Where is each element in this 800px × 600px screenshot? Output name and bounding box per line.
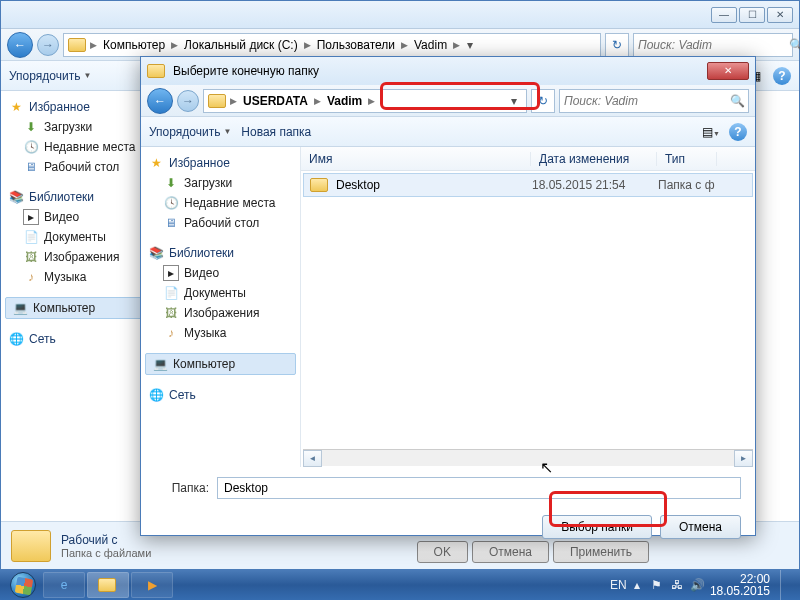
help-icon[interactable]: ? (773, 67, 791, 85)
show-hidden-icons[interactable]: ▴ (630, 578, 644, 592)
breadcrumb-item[interactable]: Локальный диск (C:) (180, 38, 302, 52)
breadcrumb-item[interactable]: Vadim (323, 94, 366, 108)
sidebar-item-desktop[interactable]: 🖥Рабочий стол (5, 157, 142, 177)
sidebar-item-pictures[interactable]: 🖼Изображения (145, 303, 296, 323)
volume-icon[interactable]: 🔊 (690, 578, 704, 592)
taskbar-ie[interactable]: e (43, 572, 85, 598)
sidebar: ★Избранное ⬇Загрузки 🕓Недавние места 🖥Ра… (1, 91, 146, 539)
show-desktop-button[interactable] (780, 570, 790, 600)
address-bar[interactable]: ▶ USERDATA ▶ Vadim ▶ ▾ (203, 89, 527, 113)
sidebar-favorites[interactable]: ★Избранное (5, 97, 142, 117)
clock-icon: 🕓 (163, 195, 179, 211)
search-input[interactable] (564, 94, 730, 108)
chevron-right-icon: ▶ (90, 40, 97, 50)
details-subtitle: Папка с файлами (61, 547, 151, 559)
clock-icon: 🕓 (23, 139, 39, 155)
address-bar[interactable]: ▶ Компьютер ▶ Локальный диск (C:) ▶ Поль… (63, 33, 601, 57)
refresh-button[interactable]: ↻ (605, 33, 629, 57)
close-button[interactable]: ✕ (767, 7, 793, 23)
address-dropdown[interactable]: ▾ (462, 38, 478, 52)
sidebar-item-recent[interactable]: 🕓Недавние места (145, 193, 296, 213)
start-button[interactable] (4, 571, 42, 599)
sidebar-item-documents[interactable]: 📄Документы (145, 283, 296, 303)
sidebar-item-computer[interactable]: 💻Компьютер (145, 353, 296, 375)
close-button[interactable]: ✕ (707, 62, 749, 80)
file-row[interactable]: Desktop 18.05.2015 21:54 Папка с ф (303, 173, 753, 197)
search-box[interactable]: 🔍 (633, 33, 793, 57)
select-folder-button[interactable]: Выбор папки (542, 515, 652, 539)
column-name[interactable]: Имя (301, 152, 531, 166)
sidebar-item-documents[interactable]: 📄Документы (5, 227, 142, 247)
dialog-sidebar: ★Избранное ⬇Загрузки 🕓Недавние места 🖥Ра… (141, 147, 301, 467)
breadcrumb-item[interactable]: Пользователи (313, 38, 399, 52)
folder-name-input[interactable] (217, 477, 741, 499)
sidebar-favorites[interactable]: ★Избранное (145, 153, 296, 173)
forward-button[interactable]: → (37, 34, 59, 56)
star-icon: ★ (148, 155, 164, 171)
folder-icon (11, 530, 51, 562)
folder-picker-dialog: Выберите конечную папку ✕ ← → ▶ USERDATA… (140, 56, 756, 536)
sidebar-item-computer[interactable]: 💻Компьютер (5, 297, 142, 319)
refresh-button[interactable]: ↻ (531, 89, 555, 113)
libraries-icon: 📚 (148, 245, 164, 261)
folder-icon (98, 578, 116, 592)
minimize-button[interactable]: — (711, 7, 737, 23)
organize-menu[interactable]: Упорядочить ▼ (149, 125, 231, 139)
taskbar: e ▶ EN ▴ ⚑ 🖧 🔊 22:00 18.05.2015 (0, 570, 800, 600)
chevron-right-icon: ▶ (171, 40, 178, 50)
cancel-button[interactable]: Отмена (660, 515, 741, 539)
sidebar-item-music[interactable]: ♪Музыка (145, 323, 296, 343)
help-icon[interactable]: ? (729, 123, 747, 141)
action-center-icon[interactable]: ⚑ (650, 578, 664, 592)
sidebar-item-downloads[interactable]: ⬇Загрузки (5, 117, 142, 137)
dialog-title: Выберите конечную папку (173, 64, 319, 78)
chevron-down-icon: ▼ (83, 71, 91, 80)
sidebar-item-pictures[interactable]: 🖼Изображения (5, 247, 142, 267)
breadcrumb-item[interactable]: Компьютер (99, 38, 169, 52)
sidebar-item-videos[interactable]: ▸Видео (145, 263, 296, 283)
search-input[interactable] (638, 38, 789, 52)
document-icon: 📄 (23, 229, 39, 245)
chevron-down-icon: ▼ (223, 127, 231, 136)
organize-menu[interactable]: Упорядочить ▼ (9, 69, 91, 83)
search-box[interactable]: 🔍 (559, 89, 749, 113)
network-icon[interactable]: 🖧 (670, 578, 684, 592)
folder-icon (310, 178, 328, 192)
maximize-button[interactable]: ☐ (739, 7, 765, 23)
new-folder-button[interactable]: Новая папка (241, 125, 311, 139)
taskbar-explorer[interactable] (87, 572, 129, 598)
taskbar-media-player[interactable]: ▶ (131, 572, 173, 598)
back-button[interactable]: ← (7, 32, 33, 58)
desktop-icon: 🖥 (163, 215, 179, 231)
column-date[interactable]: Дата изменения (531, 152, 657, 166)
address-dropdown[interactable]: ▾ (506, 94, 522, 108)
title-bar: — ☐ ✕ (1, 1, 799, 29)
sidebar-item-music[interactable]: ♪Музыка (5, 267, 142, 287)
sidebar-libraries[interactable]: 📚Библиотеки (5, 187, 142, 207)
back-button[interactable]: ← (147, 88, 173, 114)
clock[interactable]: 22:00 18.05.2015 (710, 573, 770, 597)
organize-label: Упорядочить (9, 69, 80, 83)
sidebar-item-network[interactable]: 🌐Сеть (145, 385, 296, 405)
breadcrumb-item[interactable]: USERDATA (239, 94, 312, 108)
libraries-icon: 📚 (8, 189, 24, 205)
details-title: Рабочий с (61, 533, 151, 547)
breadcrumb-item[interactable]: Vadim (410, 38, 451, 52)
sidebar-item-desktop[interactable]: 🖥Рабочий стол (145, 213, 296, 233)
chevron-right-icon: ▶ (368, 96, 375, 106)
view-options-button[interactable]: ▤▼ (701, 122, 721, 142)
column-type[interactable]: Тип (657, 152, 717, 166)
sidebar-libraries[interactable]: 📚Библиотеки (145, 243, 296, 263)
sidebar-item-network[interactable]: 🌐Сеть (5, 329, 142, 349)
dialog-title-bar[interactable]: Выберите конечную папку ✕ (141, 57, 755, 85)
language-indicator[interactable]: EN (610, 578, 624, 592)
media-player-icon: ▶ (148, 578, 157, 592)
horizontal-scrollbar[interactable] (303, 449, 753, 466)
sidebar-item-videos[interactable]: ▸Видео (5, 207, 142, 227)
forward-button[interactable]: → (177, 90, 199, 112)
pictures-icon: 🖼 (23, 249, 39, 265)
column-header: Имя Дата изменения Тип (301, 147, 755, 171)
computer-icon: 💻 (12, 300, 28, 316)
sidebar-item-recent[interactable]: 🕓Недавние места (5, 137, 142, 157)
sidebar-item-downloads[interactable]: ⬇Загрузки (145, 173, 296, 193)
